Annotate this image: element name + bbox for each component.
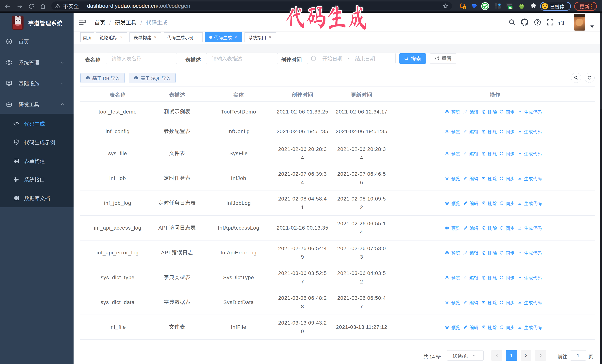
svg-text:on: on <box>509 7 512 9</box>
svg-text:1: 1 <box>464 6 465 9</box>
